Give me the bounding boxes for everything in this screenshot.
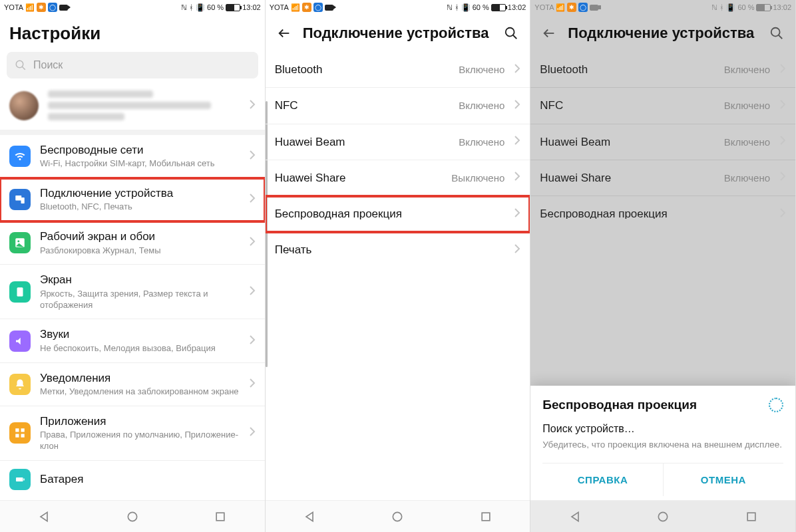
chevron-right-icon (249, 334, 256, 348)
row-nfc[interactable]: NFC Включено (266, 88, 530, 124)
nav-bar (266, 500, 530, 532)
chevron-right-icon (514, 171, 520, 184)
chevron-right-icon (779, 207, 786, 219)
row-sounds[interactable]: ЗвукиНе беспокоить, Мелодия вызова, Вибр… (0, 319, 265, 362)
header: Подключение устройства (530, 15, 795, 52)
nav-back[interactable] (31, 503, 57, 530)
row-label: Bluetooth (275, 63, 449, 76)
help-button[interactable]: СПРАВКА (542, 464, 662, 496)
row-home-wallpaper[interactable]: Рабочий экран и обоиРазблокировка Журнал… (0, 221, 265, 265)
chevron-right-icon (514, 207, 520, 221)
search-input[interactable]: Поиск (7, 52, 258, 78)
avatar (9, 91, 39, 120)
vibrate-icon: 📳 (726, 3, 735, 12)
svg-rect-15 (217, 513, 225, 521)
chevron-right-icon (249, 236, 256, 249)
svg-rect-12 (23, 478, 25, 480)
row-device-connection[interactable]: Подключение устройстваBluetooth, NFC, Пе… (0, 178, 265, 221)
nav-recent[interactable] (473, 503, 499, 530)
camera-icon (59, 5, 68, 11)
camera-icon (325, 5, 333, 11)
svg-point-0 (16, 61, 23, 68)
svg-point-23 (771, 28, 780, 37)
row-print[interactable]: Печать (266, 232, 530, 267)
battery-icon (491, 4, 506, 11)
vibrate-icon: 📳 (196, 3, 205, 12)
row-bluetooth[interactable]: Bluetooth Включено (530, 52, 795, 88)
row-sub: Метки, Уведомления на заблокированном эк… (40, 386, 240, 398)
screen-wireless-projection-dialog: YOTA 📶 ✱ ◯ ℕ ᚼ 📳 60 % 13:02 Подключение … (530, 0, 796, 532)
chevron-right-icon (779, 135, 786, 148)
svg-marker-19 (306, 512, 313, 521)
nav-recent[interactable] (207, 503, 234, 530)
page-title: Подключение устройства (303, 25, 493, 42)
carrier-label: YOTA (534, 3, 554, 11)
status-badge-blue: ◯ (578, 3, 588, 12)
svg-rect-10 (21, 434, 25, 438)
screen-device-connection: YOTA 📶 ✱ ◯ ℕ ᚼ 📳 60 % 13:02 Подключение … (266, 0, 531, 532)
nav-home[interactable] (119, 503, 146, 530)
svg-rect-6 (17, 287, 23, 297)
bluetooth-icon: ᚼ (189, 3, 194, 11)
nav-back[interactable] (562, 503, 588, 530)
back-button[interactable] (275, 24, 294, 43)
nav-recent[interactable] (738, 503, 765, 530)
row-label: Приложения (40, 414, 240, 428)
svg-rect-27 (747, 513, 755, 521)
row-huawei-beam[interactable]: Huawei Beam Включено (266, 124, 530, 160)
bluetooth-icon: ᚼ (455, 3, 459, 11)
signal-icon: 📶 (556, 3, 565, 12)
row-display[interactable]: ЭкранЯркость, Защита зрения, Размер текс… (0, 265, 265, 319)
row-apps[interactable]: ПриложенияПрава, Приложения по умолчанию… (0, 406, 265, 461)
row-huawei-share[interactable]: Huawei Share Включено (530, 160, 795, 196)
row-value: Включено (724, 136, 770, 148)
row-notifications[interactable]: УведомленияМетки, Уведомления на заблоки… (0, 363, 265, 406)
battery-icon (9, 469, 31, 490)
status-badge-orange: ✱ (567, 3, 576, 12)
spinner-icon (769, 398, 783, 412)
carrier-label: YOTA (270, 3, 289, 11)
row-wireless[interactable]: Беспроводные сетиWi-Fi, Настройки SIM-ка… (0, 135, 265, 178)
status-badge-blue: ◯ (48, 3, 57, 12)
row-label: Huawei Share (275, 171, 443, 185)
wifi-icon (9, 146, 31, 167)
nav-home[interactable] (384, 503, 411, 530)
svg-point-5 (17, 241, 19, 243)
row-label: Беспроводные сети (40, 143, 240, 157)
search-button[interactable] (767, 24, 786, 43)
profile-row[interactable] (0, 84, 265, 135)
back-button[interactable] (540, 24, 558, 43)
row-label: Bluetooth (540, 63, 714, 76)
row-value: Включено (724, 172, 770, 184)
row-value: Включено (724, 64, 770, 75)
status-badge-orange: ✱ (37, 3, 46, 12)
camera-icon (590, 5, 598, 11)
chevron-right-icon (249, 378, 256, 391)
signal-icon: 📶 (25, 3, 35, 12)
nav-home[interactable] (650, 503, 676, 530)
chevron-right-icon (249, 193, 256, 206)
svg-rect-8 (21, 429, 25, 432)
svg-point-14 (128, 512, 136, 521)
search-button[interactable] (502, 24, 520, 43)
row-huawei-beam[interactable]: Huawei Beam Включено (530, 124, 795, 160)
sound-icon (9, 331, 31, 352)
battery-icon (226, 4, 240, 11)
cancel-button[interactable]: ОТМЕНА (663, 464, 783, 496)
device-connection-list: Bluetooth Включено NFC Включено Huawei B… (530, 52, 795, 219)
battery-pct: 60 % (473, 3, 489, 11)
bluetooth-icon: ᚼ (719, 3, 724, 11)
chevron-right-icon (514, 99, 520, 112)
row-wireless-projection[interactable]: Беспроводная проекция (266, 196, 530, 232)
row-battery[interactable]: Батарея (0, 461, 265, 498)
row-sub: Разблокировка Журнал, Темы (40, 245, 240, 257)
nav-back[interactable] (296, 503, 323, 530)
chevron-right-icon (514, 135, 520, 148)
row-nfc[interactable]: NFC Включено (530, 88, 795, 124)
chevron-right-icon (514, 243, 520, 257)
svg-rect-7 (15, 429, 19, 432)
row-bluetooth[interactable]: Bluetooth Включено (266, 52, 530, 88)
row-huawei-share[interactable]: Huawei Share Выключено (266, 160, 530, 196)
row-wireless-projection[interactable]: Беспроводная проекция (530, 196, 795, 219)
row-value: Включено (459, 100, 504, 111)
